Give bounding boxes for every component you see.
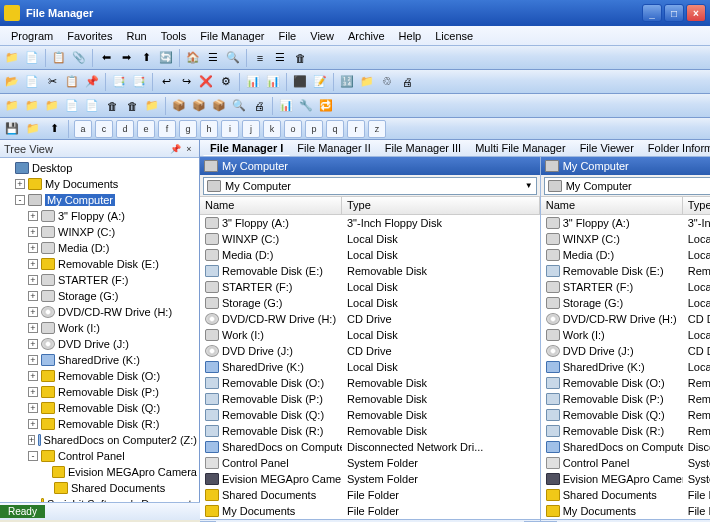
tree-node[interactable]: +3" Floppy (A:): [2, 208, 197, 224]
toolbar-button-12[interactable]: ⚙: [217, 73, 235, 91]
expander-icon[interactable]: +: [15, 179, 25, 189]
toolbar-button-17[interactable]: 🗑: [291, 49, 309, 67]
list-item[interactable]: 3" Floppy (A:)3"-Inch Floppy Disk: [200, 215, 540, 231]
toolbar-button-3[interactable]: 📋: [50, 49, 68, 67]
menu-favorites[interactable]: Favorites: [60, 28, 119, 44]
expander-icon[interactable]: +: [28, 291, 38, 301]
expander-icon[interactable]: -: [28, 451, 38, 461]
toolbar-button-4[interactable]: 📌: [83, 73, 101, 91]
toolbar-button-6[interactable]: 🗑: [123, 97, 141, 115]
drive-button-a[interactable]: a: [74, 120, 92, 138]
tree-node[interactable]: +DVD/CD-RW Drive (H:): [2, 304, 197, 320]
list-item[interactable]: Work (I:)Local Disk: [541, 327, 710, 343]
list-item[interactable]: Control PanelSystem Folder: [200, 455, 540, 471]
expander-icon[interactable]: +: [28, 355, 38, 365]
tab-file-viewer[interactable]: File Viewer: [573, 140, 641, 156]
menu-tools[interactable]: Tools: [154, 28, 194, 44]
toolbar-button-1[interactable]: 📄: [23, 49, 41, 67]
tree-view[interactable]: Desktop+My Documents-My Computer+3" Flop…: [0, 158, 199, 502]
toolbar-button-5[interactable]: 🗑: [103, 97, 121, 115]
tab-file-manager-i[interactable]: File Manager I: [203, 140, 290, 156]
list-item[interactable]: 3" Floppy (A:)3"-Inch Floppy Disk: [541, 215, 710, 231]
list-item[interactable]: Removable Disk (E:)Removable Disk: [200, 263, 540, 279]
tree-node[interactable]: Shared Documents: [2, 480, 197, 496]
drive-button-p[interactable]: p: [305, 120, 323, 138]
list-item[interactable]: Removable Disk (Q:)Removable Disk: [541, 407, 710, 423]
drivebar-nav-0[interactable]: 💾: [3, 120, 21, 138]
tab-file-manager-ii[interactable]: File Manager II: [290, 140, 377, 156]
expander-icon[interactable]: +: [28, 387, 38, 397]
expander-icon[interactable]: +: [28, 275, 38, 285]
expander-icon[interactable]: +: [28, 259, 38, 269]
toolbar-button-0[interactable]: 📂: [3, 73, 21, 91]
col-name[interactable]: Name: [200, 197, 342, 214]
tree-node[interactable]: +Removable Disk (P:): [2, 384, 197, 400]
toolbar-button-7[interactable]: ➡: [117, 49, 135, 67]
list-item[interactable]: Removable Disk (E:)Removable Disk: [541, 263, 710, 279]
list-item[interactable]: My DocumentsFile Folder: [200, 503, 540, 519]
col-type[interactable]: Type: [683, 197, 710, 214]
list-item[interactable]: Removable Disk (P:)Removable Disk: [200, 391, 540, 407]
list-item[interactable]: Work (I:)Local Disk: [200, 327, 540, 343]
toolbar-button-10[interactable]: ↪: [177, 73, 195, 91]
toolbar-button-2[interactable]: ✂: [43, 73, 61, 91]
drive-button-k[interactable]: k: [263, 120, 281, 138]
drive-button-c[interactable]: c: [95, 120, 113, 138]
tree-node[interactable]: +Removable Disk (R:): [2, 416, 197, 432]
list-item[interactable]: DVD Drive (J:)CD Drive: [541, 343, 710, 359]
drive-button-j[interactable]: j: [242, 120, 260, 138]
toolbar-button-23[interactable]: 🖨: [398, 73, 416, 91]
tab-multi-file-manager[interactable]: Multi File Manager: [468, 140, 572, 156]
drivebar-nav-1[interactable]: 📁: [24, 120, 42, 138]
menu-help[interactable]: Help: [392, 28, 429, 44]
tree-pin-icon[interactable]: 📌: [169, 143, 181, 155]
toolbar-button-18[interactable]: 📝: [311, 73, 329, 91]
col-name[interactable]: Name: [541, 197, 683, 214]
toolbar-button-9[interactable]: 📦: [170, 97, 188, 115]
list-item[interactable]: Media (D:)Local Disk: [541, 247, 710, 263]
menu-file[interactable]: File: [272, 28, 304, 44]
pane-left-path-combo[interactable]: My Computer ▼: [203, 177, 537, 195]
toolbar-button-3[interactable]: 📄: [63, 97, 81, 115]
col-type[interactable]: Type: [342, 197, 540, 214]
expander-icon[interactable]: +: [28, 323, 38, 333]
drive-button-h[interactable]: h: [200, 120, 218, 138]
toolbar-button-10[interactable]: 📦: [190, 97, 208, 115]
drive-button-q[interactable]: q: [326, 120, 344, 138]
toolbar-button-3[interactable]: 📋: [63, 73, 81, 91]
tree-node[interactable]: Sprinbit Software's Documents: [2, 496, 197, 502]
list-item[interactable]: Control PanelSystem Folder: [541, 455, 710, 471]
list-item[interactable]: Shared DocumentsFile Folder: [200, 487, 540, 503]
tree-node[interactable]: +SharedDrive (K:): [2, 352, 197, 368]
toolbar-button-14[interactable]: 📊: [244, 73, 262, 91]
list-item[interactable]: DVD/CD-RW Drive (H:)CD Drive: [200, 311, 540, 327]
drive-button-i[interactable]: i: [221, 120, 239, 138]
list-item[interactable]: Media (D:)Local Disk: [200, 247, 540, 263]
toolbar-button-8[interactable]: ⬆: [137, 49, 155, 67]
tree-node[interactable]: +Work (I:): [2, 320, 197, 336]
expander-icon[interactable]: +: [28, 339, 38, 349]
expander-icon[interactable]: +: [28, 243, 38, 253]
expander-icon[interactable]: +: [28, 307, 38, 317]
expander-icon[interactable]: +: [28, 419, 38, 429]
expander-icon[interactable]: +: [28, 371, 38, 381]
drive-button-r[interactable]: r: [347, 120, 365, 138]
tree-node[interactable]: +WINXP (C:): [2, 224, 197, 240]
pane-left-list[interactable]: 3" Floppy (A:)3"-Inch Floppy DiskWINXP (…: [200, 215, 540, 519]
toolbar-button-7[interactable]: 📑: [130, 73, 148, 91]
expander-icon[interactable]: +: [28, 227, 38, 237]
toolbar-button-12[interactable]: ☰: [204, 49, 222, 67]
menu-file-manager[interactable]: File Manager: [193, 28, 271, 44]
toolbar-button-9[interactable]: ↩: [157, 73, 175, 91]
tab-file-manager-iii[interactable]: File Manager III: [378, 140, 468, 156]
toolbar-button-11[interactable]: 📦: [210, 97, 228, 115]
toolbar-button-1[interactable]: 📄: [23, 73, 41, 91]
tree-node[interactable]: +SharedDocs on Computer2 (Z:): [2, 432, 197, 448]
list-item[interactable]: SharedDocs on Computer2 (Z:)Disconnected…: [200, 439, 540, 455]
list-item[interactable]: SharedDrive (K:)Local Disk: [200, 359, 540, 375]
list-item[interactable]: STARTER (F:)Local Disk: [541, 279, 710, 295]
tree-node[interactable]: -Control Panel: [2, 448, 197, 464]
menu-view[interactable]: View: [303, 28, 341, 44]
menu-run[interactable]: Run: [119, 28, 153, 44]
tree-node[interactable]: +Media (D:): [2, 240, 197, 256]
